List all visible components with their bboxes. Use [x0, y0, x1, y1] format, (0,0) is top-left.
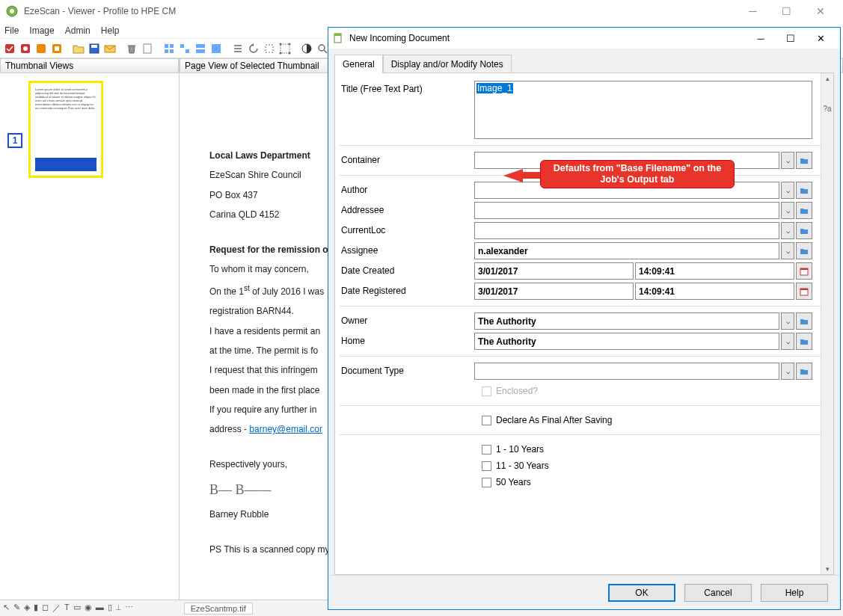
currentloc-dropdown-button[interactable]: ⌵	[781, 222, 794, 239]
currentloc-input[interactable]	[474, 222, 779, 239]
new-document-dialog: New Incoming Document ─ ☐ ✕ General Disp…	[328, 27, 841, 610]
grid1-icon[interactable]	[162, 42, 176, 55]
years-11-30-checkbox[interactable]	[482, 461, 491, 471]
tab-notes[interactable]: Display and/or Modify Notes	[383, 55, 512, 73]
line-icon[interactable]: ／	[52, 603, 61, 614]
pencil-icon[interactable]: ✎	[13, 603, 20, 614]
ok-button[interactable]: OK	[608, 584, 675, 602]
note-icon[interactable]: ▭	[73, 603, 81, 614]
date-created-input[interactable]	[474, 262, 634, 280]
addressee-dropdown-button[interactable]: ⌵	[781, 202, 794, 219]
years-50-checkbox[interactable]	[482, 478, 491, 487]
doctype-input[interactable]	[474, 363, 779, 380]
cancel-button[interactable]: Cancel	[684, 584, 752, 602]
title-input[interactable]: Image_1	[474, 81, 812, 139]
owner-browse-button[interactable]	[796, 312, 812, 330]
thumbnail-page-1[interactable]: Lorem ipsum dolor sit amet consectetur a…	[28, 81, 103, 178]
scroll-down-icon[interactable]: ▾	[826, 565, 830, 573]
help-marker-icon[interactable]: ?a	[823, 105, 831, 113]
svg-rect-31	[334, 34, 341, 36]
redact-icon[interactable]: ▬	[96, 603, 104, 614]
label-title: Title (Free Text Part)	[340, 81, 474, 94]
page-icon[interactable]	[141, 42, 154, 55]
scroll-up-icon[interactable]: ▴	[826, 75, 830, 82]
rotate-left-icon[interactable]	[247, 42, 260, 55]
menu-admin[interactable]: Admin	[65, 25, 91, 36]
container-browse-button[interactable]	[796, 152, 812, 169]
label-home: Home	[340, 333, 474, 346]
marker-icon[interactable]: ▮	[34, 603, 38, 614]
svg-rect-21	[212, 44, 221, 53]
dialog-titlebar: New Incoming Document ─ ☐ ✕	[328, 28, 840, 49]
grid3-icon[interactable]	[194, 42, 207, 55]
owner-input[interactable]	[474, 312, 779, 330]
author-dropdown-button[interactable]: ⌵	[781, 182, 794, 199]
years-1-10-checkbox[interactable]	[482, 445, 491, 455]
label-owner: Owner	[340, 312, 474, 326]
text-icon[interactable]: T	[64, 603, 70, 614]
open-folder-icon[interactable]	[72, 42, 85, 55]
email-link[interactable]: barney@email.cor	[249, 424, 322, 434]
scan-red-icon[interactable]	[3, 42, 16, 55]
doctype-dropdown-button[interactable]: ⌵	[781, 363, 794, 380]
crop-icon[interactable]	[263, 42, 276, 55]
page-number-badge[interactable]: 1	[7, 133, 22, 148]
assignee-input[interactable]	[474, 242, 779, 259]
home-input[interactable]	[474, 333, 779, 350]
help-button[interactable]: Help	[761, 584, 828, 602]
svg-rect-20	[196, 49, 205, 53]
doctype-browse-button[interactable]	[796, 363, 812, 380]
scan-orange-icon[interactable]	[34, 42, 48, 55]
scan-red2-icon[interactable]	[19, 42, 32, 55]
svg-point-24	[280, 43, 282, 45]
main-titlebar: EzeScan - Viewer - Profile to HPE CM ─ ☐…	[0, 0, 843, 22]
dialog-close-button[interactable]: ✕	[806, 28, 836, 48]
mail-icon[interactable]	[103, 42, 117, 55]
assignee-browse-button[interactable]	[796, 242, 812, 259]
tab-general[interactable]: General	[334, 55, 383, 73]
more-icon[interactable]: ⋯	[125, 603, 133, 614]
svg-point-4	[23, 46, 28, 51]
date-created-picker-button[interactable]	[796, 262, 812, 280]
list-icon[interactable]	[231, 42, 245, 55]
contrast-icon[interactable]	[300, 42, 313, 55]
dialog-maximize-button[interactable]: ☐	[776, 28, 806, 48]
grid4-icon[interactable]	[209, 42, 223, 55]
currentloc-browse-button[interactable]	[796, 222, 812, 239]
form-scrollbar[interactable]: ▴ ?a ▾	[821, 73, 833, 574]
maximize-button[interactable]: ☐	[770, 1, 803, 22]
select-icon[interactable]	[278, 42, 292, 55]
menu-image[interactable]: Image	[29, 25, 54, 36]
grid2-icon[interactable]	[178, 42, 191, 55]
save-icon[interactable]	[88, 42, 101, 55]
trash-icon[interactable]	[125, 42, 138, 55]
author-browse-button[interactable]	[796, 182, 812, 199]
highlight-icon[interactable]: ▯	[108, 603, 112, 614]
home-browse-button[interactable]	[796, 333, 812, 350]
dialog-title: New Incoming Document	[349, 33, 746, 43]
menu-help[interactable]: Help	[101, 25, 120, 36]
date-registered-input[interactable]	[474, 283, 634, 300]
dialog-minimize-button[interactable]: ─	[746, 28, 776, 48]
cursor-icon[interactable]: ↖	[3, 603, 10, 614]
eraser-icon[interactable]: ◈	[24, 603, 30, 614]
close-button[interactable]: ✕	[803, 1, 837, 22]
label-enclosed: Enclosed?	[496, 386, 538, 396]
shape-icon[interactable]: ◻	[42, 603, 49, 614]
svg-rect-11	[128, 45, 135, 46]
addressee-input[interactable]	[474, 202, 779, 219]
scan-orange2-icon[interactable]	[50, 42, 64, 55]
time-registered-input[interactable]	[635, 283, 794, 300]
addressee-browse-button[interactable]	[796, 202, 812, 219]
measure-icon[interactable]: ⟂	[116, 603, 121, 614]
container-dropdown-button[interactable]: ⌵	[781, 152, 794, 169]
menu-file[interactable]: File	[4, 25, 19, 36]
stamp-icon[interactable]: ◉	[85, 603, 92, 614]
date-registered-picker-button[interactable]	[796, 283, 812, 300]
home-dropdown-button[interactable]: ⌵	[781, 333, 794, 350]
declare-final-checkbox[interactable]	[482, 416, 491, 425]
assignee-dropdown-button[interactable]: ⌵	[781, 242, 794, 259]
time-created-input[interactable]	[635, 262, 794, 280]
owner-dropdown-button[interactable]: ⌵	[781, 312, 794, 330]
minimize-button[interactable]: ─	[736, 1, 770, 22]
